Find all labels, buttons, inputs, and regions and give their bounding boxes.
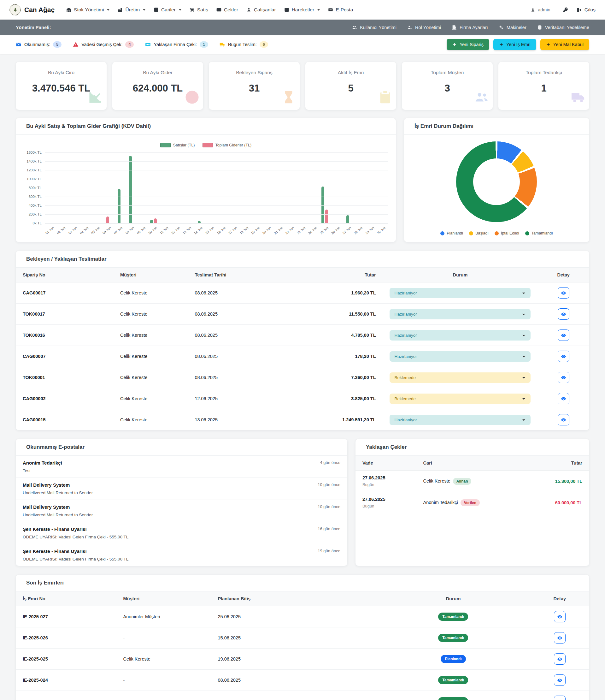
delivery-date: 08.06.2025 [194,333,218,338]
customer-cell: Celik Kereste [113,346,188,367]
stat-label: Bu Ayki Gider [112,70,203,75]
logout-button[interactable]: Çıkış [577,0,596,20]
email-list-item[interactable]: Anonim TedarikçiTest4 gün önce [16,456,347,478]
wo-no-cell: IE-2025-024 [16,670,116,691]
nav-item-sat[interactable]: Satış [185,0,212,20]
detail-eye-button[interactable] [554,696,565,700]
navbar-menu: Stok YönetimiÜretimCarilerSatışÇeklerÇal… [62,0,526,20]
nav-item-cariler[interactable]: Cariler [150,0,185,20]
admin-item-makineler[interactable]: Makineler [499,25,526,30]
detail-eye-button[interactable] [558,308,569,320]
x-tick: 10 Jun [148,224,159,239]
users-watermark-icon [474,90,489,108]
status-dropdown[interactable]: Hazirlaniyor [390,288,531,298]
email-list-item[interactable]: Şen Kereste - Finans UyarısıÖDEME UYARIS… [16,544,347,566]
detail-eye-button[interactable] [558,414,569,425]
stat-card-toplam-tedarik-i: Toplam Tedarikçi1 [498,62,589,110]
wo-status-cell: Tamamlandı [376,606,530,627]
admin-item-firma-ayarlar[interactable]: Firma Ayarları [452,25,488,30]
status-dropdown[interactable]: Hazirlaniyor [390,309,531,319]
email-time: 16 gün önce [318,526,340,531]
chart-line-watermark-icon [88,90,103,104]
eye-icon [557,635,562,641]
check-row: 27.06.2025BugünCelik KeresteAlınan15.300… [356,471,589,492]
user-gear-icon [407,25,412,30]
email-subject: ÖDEME UYARISI: Vadesi Gelen Firma Çeki -… [23,557,340,561]
email-sender: Şen Kereste - Finans Uyarısı [23,549,340,554]
wo-date-cell: 07.06.2025 [211,691,376,700]
sales-chart-legend: Satışlar (TL)Toplam Giderler (TL) [24,143,388,147]
deliveries-table: Sipariş No Müşteri Teslimat Tarihi Tutar… [16,268,589,430]
email-list-item[interactable]: Mail Delivery SystemUndelivered Mail Ret… [16,500,347,522]
col-vade: Vade [356,456,416,471]
order-no-cell: TOK00017 [16,304,113,325]
user-menu[interactable]: admin [526,0,555,20]
wo-status-cell: Tamamlandı [376,627,530,649]
sales-chart-title: Bu Ayki Satış & Toplam Gider Grafiği (KD… [26,123,151,129]
status-dropdown[interactable]: Hazirlaniyor [390,415,531,425]
status-dropdown[interactable]: Hazirlaniyor [390,330,531,341]
detail-eye-button[interactable] [554,674,565,686]
email-list-item[interactable]: Şen Kereste - Finans UyarısıÖDEME UYARIS… [16,522,347,544]
button-label: Yeni Mal Kabul [553,42,583,47]
nav-item-hareketler[interactable]: Hareketler [280,0,324,20]
x-tick: 25 Jun [319,224,331,239]
status-chart-title: İş Emri Durum Dağılımı [415,123,473,129]
clipboard-watermark-icon [378,90,392,104]
legend-toplam-giderler-tl: Toplam Giderler (TL) [203,143,252,147]
wo-status-badge: Tamamlandı [438,676,468,684]
bar-toplam-giderler-tl-10-jun [154,218,157,223]
wo-customer-cell: - [116,627,211,649]
work-order-row: IE-2025-027Anonimler Müşteri25.06.2025Ta… [16,606,589,627]
password-key-button[interactable] [563,0,569,20]
unread-emails-card: Okunmamış E-postalar Anonim TedarikçiTes… [16,439,347,566]
customer-cell: Celik Kereste [113,304,188,325]
nav-item-retim[interactable]: Üretim [113,0,150,20]
gridline [45,214,388,215]
y-tick-label: 800k TL [29,186,42,190]
col-tutar: Tutar [314,268,383,282]
yeni-i-emri-button[interactable]: Yeni İş Emri [493,39,536,50]
nav-item-al-anlar[interactable]: Çalışanlar [242,0,280,20]
truck-watermark-icon [571,90,585,104]
detail-eye-button[interactable] [554,632,565,644]
x-tick-label: 06 Jun [102,226,112,235]
wo-date-cell: 08.06.2025 [211,670,376,691]
detail-eye-button[interactable] [558,393,569,404]
nav-item-stok-y-netimi[interactable]: Stok Yönetimi [62,0,113,20]
delivery-row: TOK00001Celik Kereste08.06.20257.260,00 … [16,367,589,388]
customer-name: Celik Kereste [120,396,147,401]
status-dropdown[interactable]: Beklemede [390,394,531,404]
nav-item-e-posta[interactable]: E-Posta [324,0,357,20]
status-value: Hazirlaniyor [394,291,417,295]
admin-item-rol-y-netimi[interactable]: Rol Yönetimi [407,25,441,30]
amount: 1.960,20 TL [351,290,376,295]
stat-card-bu-ayki-ciro: Bu Ayki Ciro3.470.546 TL [16,62,107,110]
x-tick: 01 Jun [45,224,56,239]
envelope-alert-icon [16,42,22,47]
detail-eye-button[interactable] [554,653,565,665]
status-dropdown[interactable]: Hazirlaniyor [390,351,531,362]
order-no: TOK00016 [23,333,45,338]
detail-eye-button[interactable] [558,329,569,341]
email-list-item[interactable]: Mail Delivery SystemUndelivered Mail Ret… [16,478,347,500]
detail-eye-button[interactable] [558,287,569,299]
status-dropdown[interactable]: Beklemede [390,372,531,383]
detail-eye-button[interactable] [558,372,569,383]
wo-planned-end: 19.06.2025 [218,656,241,661]
brand[interactable]: Can Ağaç [9,4,55,16]
admin-item-kullan-c-y-netimi[interactable]: Kullanıcı Yönetimi [352,25,396,30]
detail-eye-button[interactable] [558,351,569,362]
yeni-mal-kabul-button[interactable]: Yeni Mal Kabul [540,39,589,50]
customer-cell: Celik Kereste [113,388,188,409]
nav-item-ekler[interactable]: Çekler [212,0,242,20]
wo-customer: - [123,699,125,700]
x-tick: 15 Jun [205,224,216,239]
detail-eye-button[interactable] [554,611,565,622]
check-party: Anonim Tedarikçi [423,500,458,505]
yeni-sipari-button[interactable]: Yeni Sipariş [447,39,489,50]
amount-cell: 4.785,00 TL [314,325,383,346]
check-type-badge: Verilen [461,499,480,506]
admin-item-veritaban-yedekleme[interactable]: Veritabanı Yedekleme [537,25,589,30]
alert-label: Vadesi Geçmiş Çek: [81,42,123,47]
